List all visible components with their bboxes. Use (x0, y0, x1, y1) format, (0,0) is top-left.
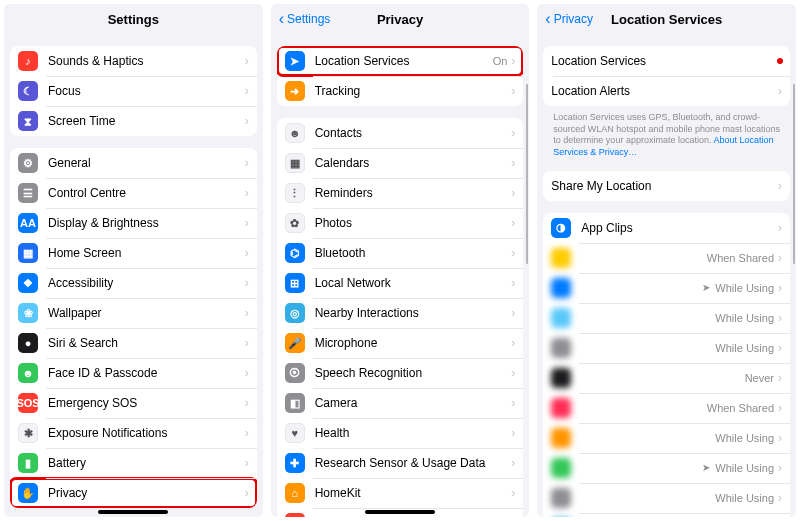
location-arrow-icon: ➤ (701, 282, 711, 293)
list-row[interactable]: When Shared› (543, 393, 790, 423)
list-row[interactable]: ✱Exposure Notifications› (10, 418, 257, 448)
chevron-right-icon: › (245, 487, 249, 499)
row-label: Screen Time (48, 114, 245, 128)
chevron-right-icon: › (778, 180, 782, 192)
chevron-right-icon: › (511, 157, 515, 169)
list-row[interactable]: ⊞Local Network› (277, 268, 524, 298)
list-row[interactable]: ➤While Using› (543, 453, 790, 483)
list-row[interactable]: ▮Battery› (10, 448, 257, 478)
scrollbar[interactable] (793, 84, 795, 264)
privacy-content: ➤Location ServicesOn›➜Tracking› ☻Contact… (271, 34, 530, 517)
⧗-icon: ⧗ (18, 111, 38, 131)
list-row[interactable]: ✋Privacy› (10, 478, 257, 508)
list-row[interactable]: ✿Photos› (277, 208, 524, 238)
list-row[interactable]: While Using› (543, 333, 790, 363)
list-row[interactable]: While Using› (543, 483, 790, 513)
chevron-left-icon: ‹ (545, 11, 550, 27)
✋-icon: ✋ (18, 483, 38, 503)
list-row[interactable]: ⧗Screen Time› (10, 106, 257, 136)
▮-icon: ▮ (18, 453, 38, 473)
share-my-location-row[interactable]: Share My Location › (543, 171, 790, 201)
chevron-right-icon: › (778, 372, 782, 384)
privacy-screen: ‹ Settings Privacy ➤Location ServicesOn›… (271, 4, 530, 517)
list-row[interactable]: SOSEmergency SOS› (10, 388, 257, 418)
list-row[interactable]: ➤While Using› (543, 273, 790, 303)
list-row[interactable]: ▦Home Screen› (10, 238, 257, 268)
list-row[interactable]: AADisplay & Brightness› (10, 208, 257, 238)
settings-content: ♪Sounds & Haptics›☾Focus›⧗Screen Time› ⚙… (4, 34, 263, 517)
list-row[interactable]: ◑App Clips› (543, 213, 790, 243)
♫-icon: ♫ (285, 513, 305, 517)
list-row[interactable]: ⌂HomeKit› (277, 478, 524, 508)
row-label: Calendars (315, 156, 512, 170)
list-row[interactable]: ⌬Bluetooth› (277, 238, 524, 268)
list-row[interactable]: Never› (543, 363, 790, 393)
chevron-right-icon: › (511, 457, 515, 469)
home-indicator[interactable] (365, 510, 435, 514)
icon (551, 248, 571, 268)
navbar: Settings (4, 4, 263, 34)
list-row[interactable]: ⦿Speech Recognition› (277, 358, 524, 388)
chevron-right-icon: › (778, 342, 782, 354)
row-label: Microphone (315, 336, 512, 350)
navbar: ‹ Privacy Location Services (537, 4, 796, 34)
location-services-screen: ‹ Privacy Location Services Location Ser… (537, 4, 796, 517)
●-icon: ● (18, 333, 38, 353)
list-row[interactable]: ◎Nearby Interactions› (277, 298, 524, 328)
list-row[interactable]: 🎤Microphone› (277, 328, 524, 358)
row-label: Emergency SOS (48, 396, 245, 410)
◧-icon: ◧ (285, 393, 305, 413)
settings-group-2: ⚙General›☰Control Centre›AADisplay & Bri… (10, 148, 257, 508)
chevron-right-icon: › (245, 397, 249, 409)
list-row[interactable]: ☾Focus› (10, 76, 257, 106)
share-location-group: Share My Location › (543, 171, 790, 201)
♪-icon: ♪ (18, 51, 38, 71)
list-row[interactable]: ☻Face ID & Passcode› (10, 358, 257, 388)
list-row[interactable]: ✚Research Sensor & Usage Data› (277, 448, 524, 478)
row-label: Local Network (315, 276, 512, 290)
location-services-toggle-row[interactable]: Location Services (543, 46, 790, 76)
list-row[interactable]: ☰Control Centre› (10, 178, 257, 208)
list-row[interactable]: ▦Calendars› (277, 148, 524, 178)
location-arrow-icon: ➤ (701, 462, 711, 473)
home-indicator[interactable] (98, 510, 168, 514)
privacy-group-1: ➤Location ServicesOn›➜Tracking› (277, 46, 524, 106)
chevron-right-icon: › (511, 427, 515, 439)
row-label: Accessibility (48, 276, 245, 290)
location-alerts-row[interactable]: Location Alerts › (543, 76, 790, 106)
list-row[interactable]: ♪Sounds & Haptics› (10, 46, 257, 76)
list-row[interactable]: While Using› (543, 303, 790, 333)
list-row[interactable]: ◧Camera› (277, 388, 524, 418)
list-row[interactable]: When Shared› (543, 243, 790, 273)
back-button[interactable]: ‹ Privacy (545, 4, 593, 34)
row-label: Siri & Search (48, 336, 245, 350)
list-row[interactable]: ☻Contacts› (277, 118, 524, 148)
list-row[interactable]: ⋮Reminders› (277, 178, 524, 208)
row-label: Bluetooth (315, 246, 512, 260)
list-row[interactable]: ➤Location ServicesOn› (277, 46, 524, 76)
list-row[interactable]: While Using› (543, 423, 790, 453)
row-label: Photos (315, 216, 512, 230)
back-button[interactable]: ‹ Settings (279, 4, 331, 34)
row-label: Exposure Notifications (48, 426, 245, 440)
☾-icon: ☾ (18, 81, 38, 101)
list-row[interactable]: ❖Accessibility› (10, 268, 257, 298)
row-label: Location Alerts (551, 84, 778, 98)
list-row[interactable]: ●Siri & Search› (10, 328, 257, 358)
chevron-right-icon: › (511, 247, 515, 259)
icon (551, 368, 571, 388)
list-row[interactable]: ⚙General› (10, 148, 257, 178)
icon (551, 398, 571, 418)
list-row[interactable]: While Using› (543, 513, 790, 517)
list-row[interactable]: ♥Health› (277, 418, 524, 448)
list-row[interactable]: ➜Tracking› (277, 76, 524, 106)
icon (551, 278, 571, 298)
⚙-icon: ⚙ (18, 153, 38, 173)
list-row[interactable]: ❀Wallpaper› (10, 298, 257, 328)
row-value: While Using (715, 492, 774, 504)
chevron-right-icon: › (511, 277, 515, 289)
⌬-icon: ⌬ (285, 243, 305, 263)
row-label: Focus (48, 84, 245, 98)
chevron-right-icon: › (778, 222, 782, 234)
chevron-right-icon: › (511, 187, 515, 199)
